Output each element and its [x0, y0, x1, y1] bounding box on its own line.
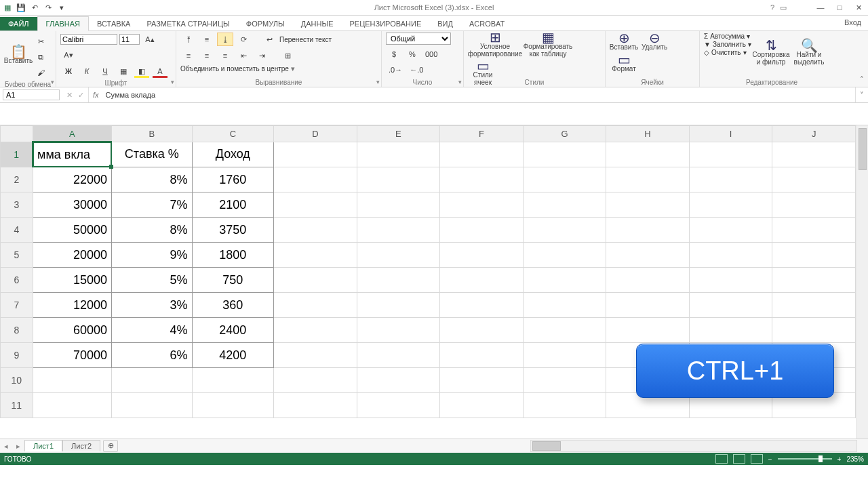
cell-I8[interactable] [689, 318, 772, 343]
qat-save-icon[interactable]: 💾 [16, 3, 26, 12]
cell-G7[interactable] [523, 293, 606, 318]
tab-acrobat[interactable]: ACROBAT [461, 17, 513, 30]
underline-button[interactable]: Ч [97, 64, 113, 78]
cell-B5[interactable]: 9% [112, 243, 193, 268]
orientation-icon[interactable]: ⟳ [235, 33, 252, 46]
tab-page-layout[interactable]: РАЗМЕТКА СТРАНИЦЫ [138, 17, 237, 30]
font-color-icon[interactable]: A [152, 64, 168, 78]
row-header-5[interactable]: 5 [1, 243, 33, 268]
cell-B2[interactable]: 8% [112, 167, 193, 192]
column-header-E[interactable]: E [357, 126, 440, 142]
cell-D5[interactable] [274, 243, 357, 268]
cell-B8[interactable]: 4% [112, 318, 193, 343]
expand-formula-bar-icon[interactable]: ˅ [855, 87, 868, 102]
cell-I2[interactable] [689, 167, 772, 192]
insert-cells-button[interactable]: ⊕Вставить [610, 33, 638, 52]
maximize-button[interactable]: □ [830, 0, 849, 15]
tab-file[interactable]: ФАЙЛ [0, 17, 37, 30]
row-header-6[interactable]: 6 [1, 268, 33, 293]
zoom-out-icon[interactable]: − [768, 455, 772, 463]
help-icon[interactable]: ? [770, 3, 774, 12]
row-header-8[interactable]: 8 [1, 318, 33, 343]
qat-redo-icon[interactable]: ↷ [43, 3, 53, 12]
italic-button[interactable]: К [79, 64, 95, 78]
cell-I3[interactable] [689, 192, 772, 218]
percent-icon[interactable]: % [404, 47, 420, 61]
delete-cells-button[interactable]: ⊖Удалить [640, 33, 669, 52]
cell-I1[interactable] [689, 142, 772, 167]
number-format-select[interactable]: Общий [386, 33, 451, 45]
cell-E4[interactable] [357, 218, 440, 243]
close-button[interactable]: ✕ [849, 0, 868, 15]
number-launcher-icon[interactable]: ▾ [458, 79, 462, 85]
sign-in-link[interactable]: Вход [844, 18, 861, 26]
cell-A1[interactable]: мма вкла [33, 142, 111, 167]
align-middle-icon[interactable]: ≡ [199, 33, 215, 46]
clear-button[interactable]: ◇Очистить▾ [704, 49, 751, 56]
cell-D4[interactable] [274, 218, 357, 243]
column-header-H[interactable]: H [606, 126, 690, 142]
sheet-nav-next-icon[interactable]: ▸ [12, 442, 24, 451]
cell-C5[interactable]: 1800 [192, 243, 274, 268]
worksheet-grid[interactable]: ABCDEFGHIJ1мма вклаСтавка %Доход2220008%… [0, 125, 868, 439]
enter-formula-icon[interactable]: ✓ [78, 91, 84, 100]
row-header-3[interactable]: 3 [1, 192, 33, 218]
formula-input[interactable] [103, 89, 855, 100]
conditional-formatting-button[interactable]: ⊞Условное форматирование [468, 33, 522, 59]
cell-G8[interactable] [523, 318, 606, 343]
minimize-button[interactable]: — [811, 0, 830, 15]
tab-view[interactable]: ВИД [429, 17, 461, 30]
cell-E8[interactable] [357, 318, 440, 343]
cell-D7[interactable] [274, 293, 357, 318]
wrap-text-button[interactable]: ↩ [261, 33, 277, 46]
cell-E1[interactable] [357, 142, 440, 167]
tab-data[interactable]: ДАННЫЕ [293, 17, 342, 30]
cell-A5[interactable]: 20000 [33, 243, 111, 268]
cell-H3[interactable] [606, 192, 690, 218]
font-launcher-icon[interactable]: ▾ [171, 79, 174, 85]
cell-H2[interactable] [606, 167, 690, 192]
cell-C11[interactable] [192, 393, 274, 418]
hscroll-thumb[interactable] [532, 441, 561, 451]
align-bottom-icon[interactable]: ⭳ [217, 33, 233, 46]
cell-J1[interactable] [772, 142, 856, 167]
cell-J7[interactable] [772, 293, 856, 318]
bold-button[interactable]: Ж [60, 64, 77, 78]
cell-H7[interactable] [606, 293, 690, 318]
cell-G10[interactable] [523, 368, 606, 393]
sheet-tab-2[interactable]: Лист2 [62, 440, 100, 451]
cell-C4[interactable]: 3750 [192, 218, 274, 243]
cell-A9[interactable]: 70000 [33, 343, 111, 368]
name-box[interactable] [3, 89, 60, 100]
cell-E7[interactable] [357, 293, 440, 318]
cut-icon[interactable]: ✂ [33, 35, 49, 48]
borders-icon[interactable]: ▦ [115, 64, 132, 78]
find-select-button[interactable]: 🔍Найти и выделить [791, 33, 827, 75]
column-header-D[interactable]: D [274, 126, 357, 142]
cell-J5[interactable] [772, 243, 856, 268]
cell-F9[interactable] [440, 343, 524, 368]
cancel-formula-icon[interactable]: ✕ [66, 91, 73, 100]
cell-C8[interactable]: 2400 [192, 318, 274, 343]
column-header-C[interactable]: C [192, 126, 274, 142]
increase-font-icon[interactable]: A▴ [142, 33, 158, 46]
view-page-break-icon[interactable] [751, 454, 763, 464]
cell-F7[interactable] [440, 293, 524, 318]
cell-D10[interactable] [274, 368, 357, 393]
cell-B9[interactable]: 6% [112, 343, 193, 368]
cell-I7[interactable] [689, 293, 772, 318]
autosum-dropdown-icon[interactable]: ▾ [747, 33, 750, 40]
cell-D8[interactable] [274, 318, 357, 343]
cell-E6[interactable] [357, 268, 440, 293]
cell-E11[interactable] [357, 393, 440, 418]
cell-G2[interactable] [523, 167, 606, 192]
tab-review[interactable]: РЕЦЕНЗИРОВАНИЕ [341, 17, 429, 30]
cell-H1[interactable] [606, 142, 690, 167]
vertical-scrollbar[interactable] [856, 125, 868, 439]
fill-button[interactable]: ▼Заполнить▾ [704, 41, 751, 48]
cell-B6[interactable]: 5% [112, 268, 193, 293]
cell-F8[interactable] [440, 318, 524, 343]
cell-A4[interactable]: 50000 [33, 218, 111, 243]
cell-E10[interactable] [357, 368, 440, 393]
decrease-indent-icon[interactable]: ⇤ [235, 49, 252, 62]
